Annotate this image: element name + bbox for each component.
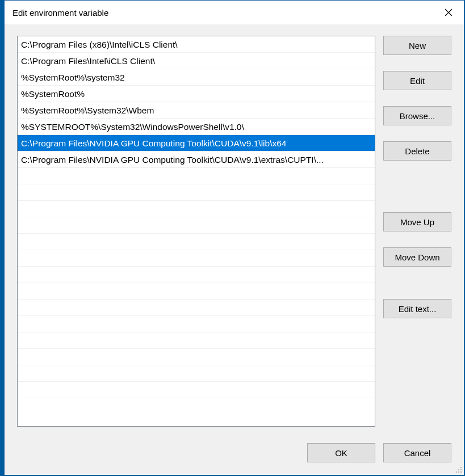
list-item-empty[interactable] (18, 217, 375, 234)
close-icon (445, 9, 453, 16)
bottom-buttons: OK Cancel (17, 443, 451, 462)
delete-button[interactable]: Delete (383, 141, 451, 161)
new-button[interactable]: New (383, 36, 451, 55)
side-buttons: New Edit Browse... Delete Move Up Move D… (383, 36, 451, 427)
list-item-empty[interactable] (18, 201, 375, 217)
edit-text-button[interactable]: Edit text... (383, 299, 451, 318)
list-item-empty[interactable] (18, 267, 375, 283)
list-item[interactable]: C:\Program Files\NVIDIA GPU Computing To… (18, 151, 375, 168)
list-item-empty[interactable] (18, 382, 375, 398)
list-item[interactable]: %SystemRoot%\system32 (18, 69, 375, 86)
close-button[interactable] (433, 1, 464, 24)
list-item-empty[interactable] (18, 184, 375, 201)
window-title: Edit environment variable (12, 8, 108, 18)
titlebar: Edit environment variable (5, 1, 464, 24)
client-area: C:\Program Files (x86)\Intel\iCLS Client… (5, 24, 464, 475)
path-listbox[interactable]: C:\Program Files (x86)\Intel\iCLS Client… (17, 36, 375, 427)
browse-button[interactable]: Browse... (383, 106, 451, 125)
list-item[interactable]: C:\Program Files\Intel\iCLS Client\ (18, 53, 375, 69)
cancel-button[interactable]: Cancel (383, 443, 451, 462)
list-item-empty[interactable] (18, 365, 375, 382)
list-item-empty[interactable] (18, 300, 375, 316)
list-item-empty[interactable] (18, 250, 375, 267)
list-item-empty[interactable] (18, 332, 375, 349)
list-item-empty[interactable] (18, 168, 375, 184)
list-item-empty[interactable] (18, 316, 375, 332)
list-item[interactable]: %SystemRoot%\System32\Wbem (18, 102, 375, 119)
list-item[interactable]: C:\Program Files (x86)\Intel\iCLS Client… (18, 36, 375, 53)
move-down-button[interactable]: Move Down (383, 247, 451, 267)
list-item-empty[interactable] (18, 234, 375, 250)
list-item[interactable]: C:\Program Files\NVIDIA GPU Computing To… (18, 135, 375, 151)
list-item[interactable]: %SystemRoot% (18, 86, 375, 102)
list-item-empty[interactable] (18, 283, 375, 300)
main-row: C:\Program Files (x86)\Intel\iCLS Client… (17, 36, 451, 427)
list-item[interactable]: %SYSTEMROOT%\System32\WindowsPowerShell\… (18, 119, 375, 135)
ok-button[interactable]: OK (307, 443, 375, 462)
list-item-empty[interactable] (18, 349, 375, 365)
move-up-button[interactable]: Move Up (383, 212, 451, 231)
dialog-window: Edit environment variable C:\Program Fil… (4, 0, 464, 475)
edit-button[interactable]: Edit (383, 71, 451, 90)
